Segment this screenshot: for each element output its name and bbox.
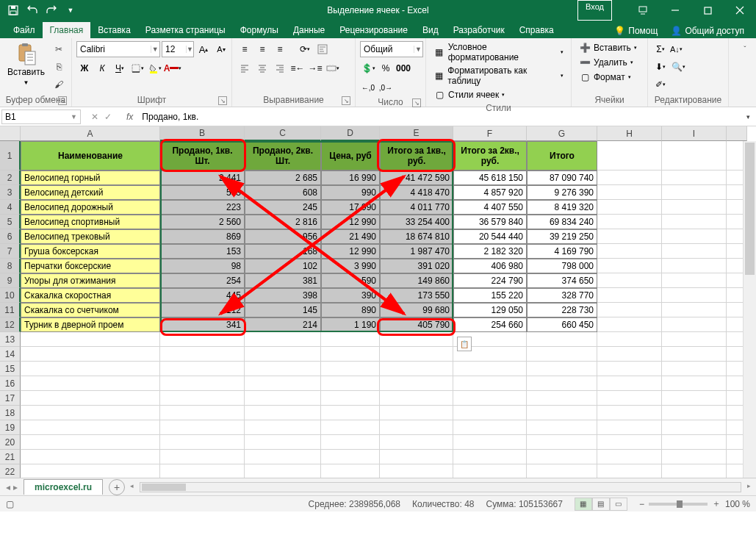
cell[interactable]	[245, 391, 321, 406]
cell[interactable]	[380, 464, 453, 478]
row-header[interactable]: 2	[0, 170, 21, 185]
cancel-formula-icon[interactable]: ✕	[91, 112, 98, 122]
column-header[interactable]	[727, 126, 747, 141]
cell[interactable]	[597, 259, 662, 273]
table-header-cell[interactable]: Итого	[527, 141, 597, 170]
cell[interactable]	[380, 362, 453, 376]
cell[interactable]	[245, 435, 321, 450]
zoom-out-icon[interactable]: −	[639, 499, 644, 509]
cell[interactable]	[160, 450, 245, 464]
cell[interactable]	[21, 435, 160, 450]
vertical-scrollbar[interactable]	[743, 141, 756, 478]
cell[interactable]	[380, 420, 453, 435]
cell[interactable]	[662, 288, 727, 303]
expand-formula-bar-icon[interactable]: ▾	[740, 109, 756, 125]
tell-me-button[interactable]: 💡Помощ	[610, 24, 662, 38]
cell[interactable]	[597, 420, 662, 435]
minimize-icon[interactable]	[659, 0, 691, 21]
cell[interactable]	[453, 391, 527, 406]
cell[interactable]: 153	[160, 244, 245, 259]
cell[interactable]: Скакалка скоростная	[21, 288, 160, 303]
cell[interactable]	[597, 435, 662, 450]
cell[interactable]: Перчатки боксерские	[21, 259, 160, 273]
cell[interactable]: 608	[245, 185, 321, 200]
zoom-level[interactable]: 100 %	[725, 499, 750, 509]
cell[interactable]: 41 472 590	[380, 170, 453, 185]
cell[interactable]	[662, 185, 727, 200]
align-center-icon[interactable]	[254, 60, 270, 76]
cell[interactable]	[597, 170, 662, 185]
cell[interactable]: 18 674 810	[380, 229, 453, 244]
row-header[interactable]: 17	[0, 391, 21, 406]
cell[interactable]: 87 090 740	[527, 170, 597, 185]
cell[interactable]	[321, 362, 380, 376]
copy-icon[interactable]: ⎘	[51, 59, 67, 75]
collapse-ribbon-icon[interactable]: ˇ	[737, 41, 753, 57]
cell[interactable]	[321, 391, 380, 406]
cell[interactable]	[245, 420, 321, 435]
cell[interactable]	[662, 406, 727, 420]
cell[interactable]	[380, 332, 453, 347]
clipboard-launcher-icon[interactable]: ↘	[58, 96, 67, 105]
cell[interactable]: 374 650	[527, 273, 597, 288]
merge-icon[interactable]: ▾	[325, 60, 341, 76]
row-header[interactable]: 11	[0, 303, 21, 317]
cell[interactable]	[160, 406, 245, 420]
table-header-cell[interactable]: Цена, руб	[321, 141, 380, 170]
cell[interactable]: 16 990	[321, 170, 380, 185]
paste-options-icon[interactable]: 📋	[457, 337, 472, 351]
name-box[interactable]: B1▼	[1, 109, 81, 124]
cell[interactable]	[597, 347, 662, 362]
normal-view-icon[interactable]: ▦	[575, 498, 592, 511]
table-header-cell[interactable]: Итого за 2кв., руб.	[453, 141, 527, 170]
row-header[interactable]: 12	[0, 317, 21, 332]
cell[interactable]	[527, 391, 597, 406]
cell[interactable]	[662, 332, 727, 347]
cell[interactable]	[380, 450, 453, 464]
cell[interactable]: 4 169 790	[527, 244, 597, 259]
cell[interactable]	[662, 435, 727, 450]
cell[interactable]	[21, 450, 160, 464]
cell[interactable]: 33 254 400	[380, 215, 453, 229]
cell[interactable]: 660 450	[527, 317, 597, 332]
cell[interactable]: 391 020	[380, 259, 453, 273]
cell[interactable]: 245	[245, 200, 321, 215]
cell[interactable]	[662, 170, 727, 185]
cell[interactable]	[21, 376, 160, 391]
cell[interactable]: 798 000	[527, 259, 597, 273]
row-header[interactable]: 3	[0, 185, 21, 200]
row-header[interactable]: 7	[0, 244, 21, 259]
alignment-launcher-icon[interactable]: ↘	[342, 96, 350, 105]
cell[interactable]: 990	[321, 185, 380, 200]
cell[interactable]	[321, 376, 380, 391]
row-header[interactable]: 6	[0, 229, 21, 244]
number-format-combo[interactable]: ▼	[360, 41, 423, 57]
format-cells-button[interactable]: ▢Формат▾	[576, 71, 640, 84]
cell[interactable]: Скакалка со счетчиком	[21, 303, 160, 317]
cell[interactable]: 112	[160, 303, 245, 317]
cell[interactable]	[321, 406, 380, 420]
row-header[interactable]: 4	[0, 200, 21, 215]
cell[interactable]	[527, 450, 597, 464]
maximize-icon[interactable]	[691, 0, 724, 21]
cell[interactable]: 445	[160, 288, 245, 303]
zoom-slider[interactable]	[649, 503, 708, 506]
decrease-indent-icon[interactable]: ≡←	[289, 60, 306, 76]
cell[interactable]	[597, 229, 662, 244]
page-layout-view-icon[interactable]: ▤	[592, 498, 610, 511]
cell[interactable]	[662, 347, 727, 362]
orientation-icon[interactable]: ⟳▾	[297, 41, 313, 57]
cell[interactable]: 254	[160, 273, 245, 288]
cell[interactable]	[662, 376, 727, 391]
redo-icon[interactable]	[43, 1, 60, 19]
tab-home[interactable]: Главная	[43, 22, 91, 38]
cell[interactable]	[321, 332, 380, 347]
sheet-nav-first-icon[interactable]: ◂	[6, 482, 10, 492]
find-icon[interactable]: 🔍▾	[670, 59, 686, 75]
autosum-icon[interactable]: Σ▾	[652, 41, 669, 57]
column-header[interactable]: G	[527, 126, 597, 141]
cell[interactable]	[245, 347, 321, 362]
cell[interactable]: 406 980	[453, 259, 527, 273]
tab-data[interactable]: Данные	[286, 22, 332, 38]
cell[interactable]: 869	[160, 229, 245, 244]
